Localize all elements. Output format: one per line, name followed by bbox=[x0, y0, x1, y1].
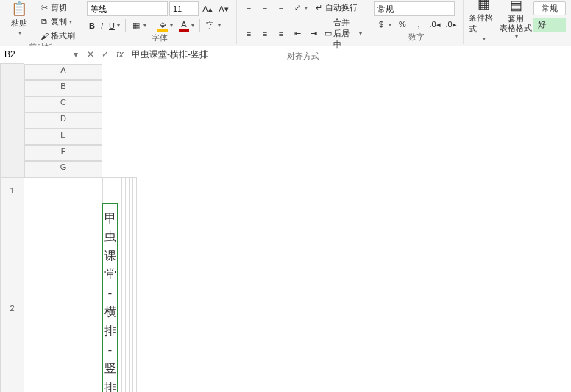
percent-button[interactable]: % bbox=[395, 18, 410, 30]
group-clipboard: 📋 粘贴 ▾ ✂剪切 ⧉复制▾ 🖌格式刷 剪贴板 bbox=[0, 0, 82, 44]
cut-button[interactable]: ✂剪切 bbox=[37, 1, 77, 14]
table-icon: ▤ bbox=[508, 0, 524, 13]
accounting-button[interactable]: $▾ bbox=[374, 18, 394, 30]
copy-icon: ⧉ bbox=[39, 17, 49, 27]
separator bbox=[125, 19, 126, 32]
font-color-icon: A bbox=[179, 19, 189, 32]
table-format-label: 套用 表格格式 bbox=[500, 14, 532, 32]
ribbon: 📋 粘贴 ▾ ✂剪切 ⧉复制▾ 🖌格式刷 剪贴板 A▴ A▾ B I bbox=[0, 0, 571, 46]
paste-label: 粘贴 bbox=[11, 18, 27, 29]
cell-A1[interactable] bbox=[24, 177, 103, 204]
col-header-C[interactable]: C bbox=[24, 96, 102, 113]
separator bbox=[199, 19, 200, 32]
italic-button[interactable]: I bbox=[99, 21, 105, 31]
col-header-B[interactable]: B bbox=[24, 80, 102, 96]
increase-font-button[interactable]: A▴ bbox=[200, 3, 215, 15]
font-size-combo[interactable] bbox=[169, 1, 199, 16]
decrease-font-button[interactable]: A▾ bbox=[216, 3, 231, 15]
name-box-dropdown[interactable]: ▾ bbox=[68, 49, 83, 60]
copy-label: 复制 bbox=[51, 16, 67, 27]
row-header-2[interactable]: 2 bbox=[1, 204, 24, 392]
align-top-button[interactable]: ≡ bbox=[241, 2, 256, 14]
chevron-down-icon: ▾ bbox=[218, 22, 221, 29]
align-left-button[interactable]: ≡ bbox=[241, 28, 256, 40]
decrease-decimal-button[interactable]: .0▸ bbox=[444, 18, 458, 30]
cell-A2[interactable] bbox=[24, 204, 103, 392]
select-all-corner[interactable] bbox=[1, 64, 24, 178]
number-format-combo[interactable] bbox=[374, 1, 455, 16]
col-header-A[interactable]: A bbox=[24, 64, 102, 80]
paste-icon: 📋 bbox=[11, 1, 27, 17]
indent-icon: ⇥ bbox=[308, 29, 319, 39]
dec-dec-icon: .0▸ bbox=[446, 19, 456, 29]
merge-center-button[interactable]: ▭合并后居中▾ bbox=[322, 16, 364, 51]
font-name-combo[interactable] bbox=[87, 1, 168, 16]
cancel-button[interactable]: ✕ bbox=[83, 49, 98, 60]
merge-label: 合并后居中 bbox=[333, 17, 357, 50]
enter-button[interactable]: ✓ bbox=[98, 49, 113, 60]
copy-button[interactable]: ⧉复制▾ bbox=[37, 15, 77, 28]
font-decrease-icon: A▾ bbox=[219, 4, 229, 14]
phonetic-button[interactable]: 字▾ bbox=[203, 20, 223, 32]
bold-button[interactable]: B bbox=[87, 21, 97, 31]
comma-button[interactable]: , bbox=[411, 18, 426, 30]
row-header-1[interactable]: 1 bbox=[1, 177, 24, 204]
col-header-D[interactable]: D bbox=[24, 113, 102, 129]
align-bottom-button[interactable]: ≡ bbox=[274, 2, 288, 14]
phonetic-icon: 字 bbox=[205, 21, 216, 31]
style-good-label: 好 bbox=[538, 20, 546, 29]
align-bottom-icon: ≡ bbox=[276, 3, 286, 13]
fx-icon[interactable]: fx bbox=[113, 49, 127, 60]
chevron-down-icon: ▾ bbox=[305, 4, 308, 11]
separator bbox=[152, 19, 152, 32]
border-button[interactable]: ▦▾ bbox=[129, 20, 149, 32]
format-painter-button[interactable]: 🖌格式刷 bbox=[37, 29, 77, 42]
italic-icon: I bbox=[101, 21, 103, 30]
chevron-down-icon: ▾ bbox=[117, 22, 120, 29]
percent-icon: % bbox=[397, 19, 408, 29]
close-icon: ✕ bbox=[87, 49, 94, 60]
paste-button[interactable]: 📋 粘贴 ▾ bbox=[4, 1, 34, 35]
chevron-down-icon: ▾ bbox=[389, 21, 391, 28]
cell-style-good[interactable]: 好 bbox=[533, 18, 566, 32]
font-color-button[interactable]: A▾ bbox=[177, 18, 196, 32]
conditional-format-button[interactable]: ▦ 条件格式 ▾ bbox=[469, 1, 498, 35]
group-label-number: 数字 bbox=[408, 32, 425, 44]
align-center-icon: ≡ bbox=[260, 29, 270, 39]
col-header-F[interactable]: F bbox=[24, 145, 102, 161]
chevron-down-icon: ▾ bbox=[143, 22, 146, 29]
cell-B2[interactable]: 甲虫课堂-横排-竖排 bbox=[102, 204, 118, 392]
col-header-E[interactable]: E bbox=[24, 129, 102, 145]
font-increase-icon: A▴ bbox=[202, 4, 213, 14]
wrap-text-button[interactable]: ↵自动换行 bbox=[311, 1, 360, 14]
check-icon: ✓ bbox=[102, 49, 109, 60]
align-right-button[interactable]: ≡ bbox=[274, 28, 288, 40]
cell-G2[interactable] bbox=[132, 204, 136, 392]
chevron-down-icon: ▾ bbox=[483, 35, 486, 42]
underline-button[interactable]: U▾ bbox=[107, 21, 122, 31]
indent-decrease-button[interactable]: ⇤ bbox=[290, 28, 305, 40]
chevron-down-icon: ▾ bbox=[515, 33, 518, 40]
bold-icon: B bbox=[89, 21, 95, 30]
style-normal-label: 常规 bbox=[542, 3, 558, 14]
brush-icon: 🖌 bbox=[39, 31, 49, 41]
orientation-button[interactable]: ⤢▾ bbox=[290, 2, 310, 14]
format-painter-label: 格式刷 bbox=[51, 30, 75, 41]
merge-icon: ▭ bbox=[324, 29, 332, 39]
format-as-table-button[interactable]: ▤ 套用 表格格式 ▾ bbox=[501, 1, 531, 35]
chevron-down-icon: ▾ bbox=[69, 18, 72, 25]
cell-B1[interactable] bbox=[102, 177, 118, 204]
indent-increase-button[interactable]: ⇥ bbox=[306, 28, 321, 40]
bucket-icon: ⬙ bbox=[157, 19, 168, 32]
align-center-button[interactable]: ≡ bbox=[258, 28, 272, 40]
cell-G1[interactable] bbox=[132, 177, 136, 204]
increase-decimal-button[interactable]: .0◂ bbox=[428, 18, 442, 30]
col-header-G[interactable]: G bbox=[24, 161, 102, 177]
currency-icon: $ bbox=[376, 19, 386, 29]
fill-color-button[interactable]: ⬙▾ bbox=[155, 18, 175, 32]
align-middle-button[interactable]: ≡ bbox=[258, 2, 272, 14]
name-box[interactable] bbox=[0, 46, 68, 63]
cell-style-normal[interactable]: 常规 bbox=[533, 1, 566, 15]
orientation-icon: ⤢ bbox=[292, 3, 302, 13]
formula-input[interactable]: 甲虫课堂-横排-竖排 bbox=[127, 49, 571, 61]
